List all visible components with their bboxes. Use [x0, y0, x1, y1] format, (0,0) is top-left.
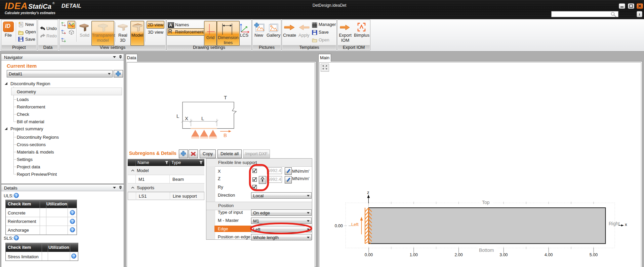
svg-text:T: T: [224, 95, 227, 100]
svg-text:3.00: 3.00: [499, 253, 508, 257]
svg-text:Top: Top: [482, 200, 490, 205]
svg-text:X: X: [185, 115, 188, 121]
svg-text:x: x: [625, 222, 627, 227]
svg-text:Bottom: Bottom: [479, 247, 494, 253]
svg-text:L: L: [201, 115, 204, 121]
svg-text:5.00: 5.00: [590, 253, 598, 257]
svg-text:L: L: [176, 113, 179, 119]
svg-text:Right: Right: [609, 221, 620, 226]
svg-text:z: z: [367, 190, 369, 195]
svg-text:4.00: 4.00: [545, 253, 553, 257]
svg-text:x: x: [64, 24, 65, 26]
svg-text:1.00: 1.00: [410, 253, 418, 257]
svg-text:0.00: 0.00: [335, 224, 343, 228]
svg-text:x: x: [64, 31, 65, 33]
svg-text:Left: Left: [351, 222, 359, 227]
svg-text:0.00: 0.00: [365, 253, 373, 257]
svg-text:Y: Y: [64, 39, 66, 41]
svg-text:B: B: [224, 132, 227, 138]
svg-text:2.00: 2.00: [454, 253, 462, 257]
